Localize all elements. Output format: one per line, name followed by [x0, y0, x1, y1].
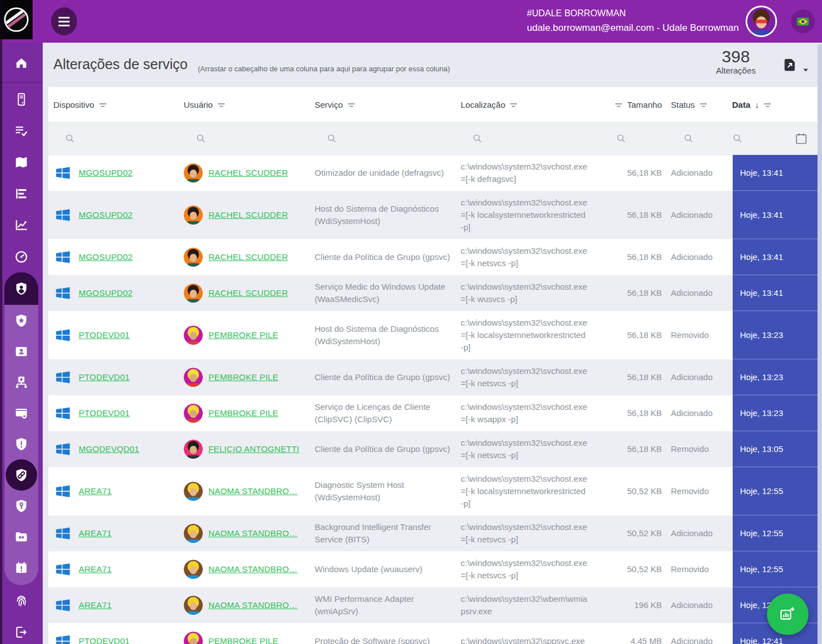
hamburger-icon: [58, 17, 70, 19]
status-text: Adicionado: [662, 287, 725, 299]
sidebar-item-network-upload[interactable]: [4, 367, 38, 398]
device-link[interactable]: AREA71: [79, 599, 112, 611]
sidebar-item-shield-alert[interactable]: [4, 428, 38, 459]
search-status-input[interactable]: [662, 133, 725, 144]
search-tamanho-input[interactable]: [596, 133, 662, 144]
filter-icon[interactable]: [217, 101, 225, 108]
location-text: c:\windows\system32\svchost.exe=[-k nets…: [461, 245, 596, 270]
status-text: Adicionado: [662, 407, 725, 419]
column-header-data[interactable]: Data ↓: [725, 100, 818, 109]
search-usuario-input[interactable]: [184, 133, 315, 144]
page-title: Alterações de serviço: [53, 56, 188, 72]
device-link[interactable]: AREA71: [79, 563, 112, 576]
sidebar-item-shield-user[interactable]: [4, 272, 38, 305]
user-link[interactable]: RACHEL SCUDDER: [208, 251, 288, 263]
device-link[interactable]: AREA71: [79, 485, 112, 497]
date-text: Hoje, 12:55: [733, 467, 818, 515]
user-link[interactable]: RACHEL SCUDDER: [208, 209, 288, 221]
sidebar-item-gauge[interactable]: [0, 241, 43, 272]
export-button[interactable]: [782, 57, 797, 72]
add-report-fab[interactable]: [767, 593, 809, 635]
user-link[interactable]: PEMBROKE PILE: [208, 407, 278, 419]
user-avatar: [184, 524, 203, 543]
sidebar-item-folder-sync[interactable]: [4, 521, 38, 552]
device-link[interactable]: MGOSUPD02: [79, 287, 133, 299]
user-link[interactable]: NAOMA STANDBRO…: [208, 527, 298, 540]
user-link[interactable]: FELICIO ANTOGNETTI: [208, 443, 299, 455]
search-data-input[interactable]: [725, 132, 818, 145]
device-link[interactable]: MGOSUPD02: [79, 209, 133, 221]
device-link[interactable]: PTODEVD01: [79, 329, 130, 341]
column-header-servico[interactable]: Serviço: [315, 100, 461, 109]
table-header: Dispositivo Usuário Serviço Localização …: [48, 87, 818, 122]
size-text: 56,18 KB: [596, 251, 662, 263]
device-link[interactable]: PTODEVD01: [79, 371, 130, 383]
user-avatar-button[interactable]: [746, 6, 777, 37]
windows-icon: [55, 285, 71, 302]
user-link[interactable]: NAOMA STANDBRO…: [208, 599, 298, 611]
location-text: c:\windows\system32\svchost.exe=[-k nets…: [461, 437, 596, 462]
export-dropdown-caret[interactable]: [803, 64, 809, 67]
sidebar-item-id-card[interactable]: [4, 336, 38, 367]
sidebar-item-logout[interactable]: [0, 616, 43, 644]
filter-icon[interactable]: [99, 101, 107, 108]
status-text: Adicionado: [662, 251, 725, 263]
user-link[interactable]: RACHEL SCUDDER: [208, 287, 288, 299]
sidebar-item-shield-key[interactable]: [4, 490, 38, 521]
sort-desc-icon[interactable]: ↓: [755, 100, 760, 109]
device-link[interactable]: MGOSUPD02: [79, 251, 133, 263]
column-header-status[interactable]: Status: [662, 100, 725, 109]
user-link[interactable]: PEMBROKE PILE: [208, 635, 278, 644]
calendar-icon[interactable]: [794, 132, 808, 145]
status-text: Adicionado: [662, 371, 725, 383]
filter-icon[interactable]: [347, 101, 355, 108]
location-text: c:\windows\system32\svchost.exe=[-k loca…: [461, 317, 596, 354]
size-text: 56,18 KB: [596, 167, 662, 179]
scrollbar[interactable]: [818, 44, 822, 644]
sidebar-item-window-gear[interactable]: [4, 398, 38, 428]
column-header-localizacao[interactable]: Localização: [461, 100, 596, 109]
user-link[interactable]: NAOMA STANDBRO…: [208, 563, 298, 576]
table-row: MGOSUPD02 RACHEL SCUDDER Host do Sistema…: [48, 191, 818, 239]
filter-icon[interactable]: [510, 101, 517, 108]
search-servico-input[interactable]: [315, 133, 461, 144]
sidebar-item-shield-star[interactable]: [4, 305, 38, 336]
menu-toggle-button[interactable]: [51, 7, 77, 35]
device-link[interactable]: MGODEVQD01: [79, 443, 139, 455]
map-icon: [14, 155, 29, 170]
search-dispositivo-input[interactable]: [53, 133, 184, 144]
search-localizacao-input[interactable]: [461, 133, 596, 144]
filter-icon[interactable]: [615, 101, 623, 108]
app-logo-icon: [3, 7, 29, 33]
location-text: c:\windows\system32\svchost.exe=[-k loca…: [461, 197, 596, 234]
sidebar-item-home[interactable]: [0, 47, 43, 79]
filter-icon[interactable]: [700, 101, 707, 108]
size-text: 56,18 KB: [596, 443, 662, 455]
app-logo[interactable]: [0, 0, 33, 39]
device-link[interactable]: MGOSUPD02: [79, 167, 133, 179]
location-text: c:\windows\system32\svchost.exe=[-k nets…: [461, 557, 596, 582]
sidebar-item-shield-link[interactable]: [4, 459, 38, 490]
sidebar-item-fingerprint[interactable]: [0, 585, 43, 616]
gauge-icon: [14, 249, 29, 264]
sidebar-item-calendar-alert[interactable]: [4, 552, 38, 583]
language-button[interactable]: [791, 10, 815, 33]
size-text: 50,52 KB: [596, 563, 662, 576]
windows-icon: [55, 597, 71, 614]
device-link[interactable]: PTODEVD01: [79, 407, 130, 419]
user-link[interactable]: PEMBROKE PILE: [208, 329, 278, 341]
filter-icon[interactable]: [764, 101, 771, 108]
user-link[interactable]: NAOMA STANDBRO…: [208, 485, 298, 497]
user-link[interactable]: PEMBROKE PILE: [208, 371, 278, 383]
sidebar-item-map[interactable]: [0, 147, 43, 178]
device-link[interactable]: AREA71: [79, 527, 112, 540]
device-link[interactable]: PTODEVD01: [79, 635, 130, 644]
sidebar-item-tasks[interactable]: [0, 115, 43, 147]
sidebar-item-chart-bars[interactable]: [0, 178, 43, 209]
column-header-dispositivo[interactable]: Dispositivo: [53, 100, 184, 109]
column-header-usuario[interactable]: Usuário: [184, 100, 315, 109]
sidebar-item-chart-line[interactable]: [0, 209, 43, 241]
column-header-tamanho[interactable]: Tamanho: [596, 100, 662, 109]
user-link[interactable]: RACHEL SCUDDER: [208, 167, 288, 179]
sidebar-item-devices[interactable]: [0, 84, 43, 115]
